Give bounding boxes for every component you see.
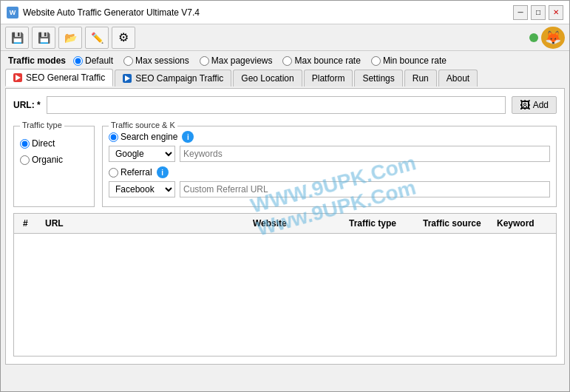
- seo-campaign-tab-icon: [123, 74, 132, 83]
- traffic-direct-radio[interactable]: [20, 139, 30, 149]
- table-header: # URL Website Traffic type Traffic sourc…: [14, 214, 556, 234]
- referral-option[interactable]: Referral: [109, 167, 152, 178]
- mode-max-sessions-label: Max sessions: [135, 55, 189, 66]
- tab-settings-label: Settings: [362, 73, 394, 84]
- add-button[interactable]: 🖼 Add: [512, 96, 557, 114]
- url-label: URL: *: [13, 100, 41, 110]
- mode-max-pageviews[interactable]: Max pageviews: [200, 55, 273, 66]
- traffic-type-fieldset: Traffic type Direct Organic: [13, 126, 95, 207]
- traffic-modes-label: Traffic modes: [8, 55, 66, 66]
- search-engine-option[interactable]: Search engine: [109, 132, 177, 142]
- search-engine-select[interactable]: Google Bing Yahoo: [109, 146, 175, 162]
- mode-default-radio[interactable]: [73, 56, 83, 66]
- tab-geo-location-label: Geo Location: [241, 73, 294, 84]
- tab-run-label: Run: [413, 73, 429, 84]
- search-engine-radio[interactable]: [109, 132, 118, 142]
- app-icon: W: [7, 7, 18, 18]
- mode-max-pageviews-radio[interactable]: [200, 56, 209, 66]
- add-button-label: Add: [533, 100, 549, 110]
- tab-run[interactable]: Run: [404, 70, 437, 87]
- mode-max-bounce-rate-label: Max bounce rate: [294, 55, 360, 66]
- play-icon2: [125, 75, 130, 81]
- tab-platform[interactable]: Platform: [304, 70, 353, 87]
- col-traffic-type: Traffic type: [345, 217, 418, 230]
- tab-geo-location[interactable]: Geo Location: [233, 70, 302, 87]
- minimize-button[interactable]: ─: [513, 5, 528, 20]
- status-indicator: [529, 33, 538, 42]
- col-website: Website: [248, 217, 345, 230]
- tab-about-label: About: [447, 73, 469, 84]
- traffic-modes-radio-group: Default Max sessions Max pageviews Max b…: [73, 55, 447, 66]
- mode-default-label: Default: [85, 55, 113, 66]
- seo-general-tab-icon: [13, 73, 22, 82]
- col-url: URL: [41, 217, 248, 230]
- traffic-type-legend: Traffic type: [20, 121, 64, 129]
- save-button[interactable]: 💾: [32, 27, 55, 49]
- referral-radio[interactable]: [109, 168, 118, 178]
- url-row: URL: * 🖼 Add: [13, 96, 557, 114]
- mode-max-bounce-rate[interactable]: Max bounce rate: [282, 55, 360, 66]
- form-section: Traffic type Direct Organic Tr: [13, 120, 557, 207]
- mode-min-bounce-rate[interactable]: Min bounce rate: [371, 55, 447, 66]
- referral-controls: Facebook Twitter: [109, 181, 550, 197]
- titlebar: W Website Auto Traffic Generator Ultimat…: [1, 1, 569, 24]
- edit-button[interactable]: ✏️: [85, 27, 109, 49]
- mode-max-sessions-radio[interactable]: [123, 56, 133, 66]
- main-window: W Website Auto Traffic Generator Ultimat…: [0, 0, 570, 392]
- keywords-input[interactable]: [180, 146, 550, 162]
- search-engine-row: Search engine i: [109, 131, 550, 143]
- traffic-direct-label: Direct: [32, 138, 55, 149]
- traffic-organic-radio[interactable]: [20, 155, 30, 165]
- settings-button[interactable]: ⚙: [112, 27, 135, 49]
- tab-seo-campaign-traffic[interactable]: SEO Campaign Traffic: [115, 70, 231, 87]
- traffic-source-fieldset: Traffic source & K Search engine i Googl…: [102, 126, 557, 207]
- traffic-organic-label: Organic: [32, 155, 63, 165]
- traffic-source-legend: Traffic source & K: [109, 121, 177, 129]
- maximize-button[interactable]: □: [531, 5, 546, 20]
- mode-min-bounce-rate-radio[interactable]: [371, 56, 381, 66]
- custom-referral-input[interactable]: [180, 181, 550, 197]
- col-traffic-source: Traffic source: [418, 217, 492, 230]
- referral-info-icon[interactable]: i: [157, 166, 169, 178]
- referral-row: Referral i: [109, 166, 550, 178]
- traffic-modes-section: Traffic modes Default Max sessions Max p…: [1, 51, 569, 69]
- traffic-direct[interactable]: Direct: [20, 138, 88, 149]
- col-num: #: [18, 217, 41, 230]
- open-button[interactable]: 📂: [58, 27, 82, 49]
- table-body: [14, 234, 556, 356]
- add-icon: 🖼: [520, 99, 530, 111]
- tab-seo-general-traffic[interactable]: SEO General Traffic: [5, 69, 113, 87]
- traffic-type-options: Direct Organic: [20, 138, 88, 165]
- tab-platform-label: Platform: [312, 73, 345, 84]
- traffic-organic[interactable]: Organic: [20, 155, 88, 165]
- url-table: # URL Website Traffic type Traffic sourc…: [13, 213, 557, 356]
- mode-max-sessions[interactable]: Max sessions: [123, 55, 189, 66]
- mode-min-bounce-rate-label: Min bounce rate: [383, 55, 447, 66]
- new-button[interactable]: 💾: [5, 27, 29, 49]
- url-input[interactable]: [47, 96, 506, 114]
- referral-select[interactable]: Facebook Twitter: [109, 181, 175, 197]
- col-keyword: Keyword: [492, 217, 552, 230]
- main-content: URL: * 🖼 Add Traffic type Direct: [1, 88, 569, 391]
- mode-default[interactable]: Default: [73, 55, 113, 66]
- search-engine-label: Search engine: [121, 132, 177, 142]
- tab-seo-campaign-label: SEO Campaign Traffic: [135, 73, 223, 84]
- referral-label: Referral: [121, 167, 152, 178]
- search-info-icon[interactable]: i: [182, 131, 194, 143]
- window-title: Website Auto Traffic Generator Ultimate …: [23, 7, 513, 18]
- tab-about[interactable]: About: [438, 70, 478, 87]
- tab-settings[interactable]: Settings: [354, 70, 402, 87]
- window-controls: ─ □ ✕: [513, 5, 563, 20]
- search-engine-controls: Google Bing Yahoo: [109, 146, 550, 162]
- play-icon: [16, 75, 21, 81]
- tabs-bar: SEO General Traffic SEO Campaign Traffic…: [1, 69, 569, 87]
- mode-max-pageviews-label: Max pageviews: [211, 55, 273, 66]
- close-button[interactable]: ✕: [549, 5, 563, 20]
- toolbar: 💾 💾 📂 ✏️ ⚙ 🦊: [1, 24, 569, 51]
- tab-seo-general-label: SEO General Traffic: [26, 72, 105, 83]
- tab-panel: URL: * 🖼 Add Traffic type Direct: [5, 88, 565, 365]
- mode-max-bounce-rate-radio[interactable]: [282, 56, 292, 66]
- avatar-icon: 🦊: [541, 27, 565, 49]
